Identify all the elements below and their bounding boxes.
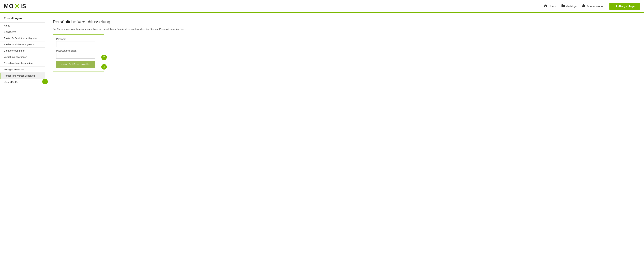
- sidebar-item-profile-qualifiziert[interactable]: Profile für Qualifizierte Signatur: [0, 35, 45, 41]
- page-title: Persönliche Verschlüsselung: [53, 19, 636, 24]
- password-label: Passwort: [56, 38, 101, 40]
- confirm-input[interactable]: [56, 53, 95, 59]
- nav-home[interactable]: Home: [544, 4, 556, 8]
- encryption-form: Passwort Passwort bestätigen 2 Neuen Sch…: [53, 34, 104, 71]
- folder-icon: [561, 4, 565, 8]
- badge-3: 3: [101, 64, 107, 69]
- nav-auftraege-label: Aufträge: [566, 5, 577, 8]
- header-nav: Home Aufträge Administration + Auftra: [544, 3, 640, 10]
- create-key-button[interactable]: Neuen Schlüssel erstellen: [56, 61, 95, 68]
- sidebar-item-verschluesselung-wrapper: Persönliche Verschlüsselung 1: [0, 73, 45, 79]
- badge-1: 1: [42, 79, 48, 84]
- nav-administration-label: Administration: [587, 5, 604, 8]
- badge-2: 2: [101, 55, 107, 60]
- sidebar-item-konto[interactable]: Konto: [0, 23, 45, 29]
- logo: MO IS: [4, 3, 26, 10]
- description: Zur Absicherung von Konfigurationen kann…: [53, 28, 636, 30]
- sidebar-item-einsichtnehmer[interactable]: Einsichtnehmer bearbeiten: [0, 60, 45, 66]
- header: MO IS Home: [0, 0, 644, 13]
- sidebar-item-vertretung[interactable]: Vertretung bearbeiten: [0, 54, 45, 60]
- sidebar-item-verschluesselung[interactable]: Persönliche Verschlüsselung: [0, 73, 45, 79]
- nav-home-label: Home: [549, 5, 556, 8]
- logo-is: IS: [20, 3, 26, 10]
- sidebar-item-profile-einfach[interactable]: Profile für Einfache Signatur: [0, 41, 45, 47]
- logo-x-icon: [14, 3, 20, 9]
- sidebar-item-ueber-moxis[interactable]: Über MOXIS: [0, 79, 45, 85]
- gear-icon: [582, 4, 586, 8]
- create-order-label: + Auftrag anlegen: [613, 5, 636, 8]
- main-content: Persönliche Verschlüsselung Zur Absicher…: [45, 13, 644, 260]
- nav-auftraege[interactable]: Aufträge: [561, 4, 577, 8]
- confirm-label: Passwort bestätigen: [56, 49, 101, 52]
- main-layout: Einstellungen Konto Signaturtyp Profile …: [0, 13, 644, 260]
- nav-administration[interactable]: Administration: [582, 4, 604, 8]
- create-order-button[interactable]: + Auftrag anlegen: [610, 3, 640, 10]
- home-icon: [544, 4, 547, 8]
- sidebar-item-vorlagen[interactable]: Vorlagen verwalten: [0, 66, 45, 73]
- sidebar-title: Einstellungen: [0, 17, 45, 22]
- logo-mo: MO: [4, 3, 14, 10]
- sidebar: Einstellungen Konto Signaturtyp Profile …: [0, 13, 45, 260]
- sidebar-item-benachrichtigungen[interactable]: Benachrichtigungen: [0, 48, 45, 54]
- sidebar-item-signaturtyp[interactable]: Signaturtyp: [0, 29, 45, 35]
- password-input[interactable]: [56, 41, 95, 47]
